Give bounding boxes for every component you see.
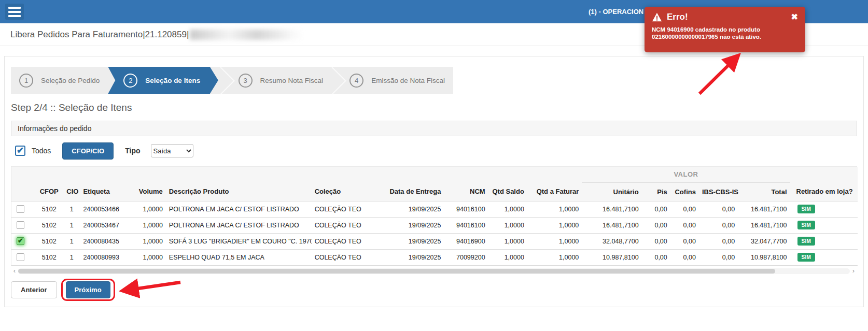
column-header: Descrição Produto	[166, 182, 312, 201]
cell-cfop: 5102	[35, 233, 63, 249]
row-checkbox[interactable]	[17, 253, 24, 261]
cell-descricao: POLTRONA EM JACA C/ ESTOF LISTRADO	[166, 217, 312, 233]
cell-etiqueta: 2400053467	[80, 217, 127, 233]
cell-qtd-faturar: 1,0000	[527, 249, 582, 265]
cell-ibs-cbs-is: 0,00	[699, 233, 738, 249]
cell-qtd-saldo: 1,0000	[488, 233, 527, 249]
cell-data-entrega: 19/09/2025	[371, 201, 444, 217]
cell-total: 16.481,7100	[738, 201, 790, 217]
toast-close-icon[interactable]: ✖	[791, 13, 798, 21]
table-horizontal-scrollbar: ‹ ›	[11, 268, 857, 275]
hamburger-menu-button[interactable]	[5, 4, 24, 20]
wizard-step-4[interactable]: 4 Emissão de Nota Fiscal	[341, 67, 453, 94]
warning-icon	[652, 12, 662, 22]
cell-total: 16.481,7100	[738, 217, 790, 233]
anterior-button[interactable]: Anterior	[11, 281, 57, 298]
step-number: 3	[239, 74, 253, 88]
cell-cio: 1	[63, 249, 80, 265]
select-all-label: Todos	[32, 147, 51, 155]
step-label: Emissão de Nota Fiscal	[371, 77, 445, 84]
step-label: Resumo Nota Fiscal	[260, 77, 324, 84]
column-header: CIO	[63, 182, 80, 201]
step-wizard: 1 Seleção de Pedido 2 Seleção de Itens 3…	[11, 67, 453, 94]
cell-cio: 1	[63, 217, 80, 233]
cell-ncm: 94016100	[444, 201, 488, 217]
table-row: 5102 1 2400053467 1,0000 POLTRONA EM JAC…	[11, 217, 858, 233]
tipo-select[interactable]: Saída	[151, 144, 193, 157]
cell-qtd-saldo: 1,0000	[488, 249, 527, 265]
cell-unitario: 10.987,8100	[582, 249, 641, 265]
menu-icon	[8, 7, 21, 9]
cell-unitario: 16.481,7100	[582, 201, 641, 217]
cell-cofins: 0,00	[670, 217, 699, 233]
row-checkbox[interactable]	[17, 221, 24, 229]
retirado-em-loja-badge: SIM	[797, 237, 816, 246]
cell-cio: 1	[63, 233, 80, 249]
column-header: Coleção	[312, 182, 371, 201]
scroll-left-arrow-icon[interactable]: ‹	[11, 268, 18, 275]
cell-cofins: 0,00	[670, 249, 699, 265]
cell-cfop: 5102	[35, 201, 63, 217]
tipo-label: Tipo	[125, 147, 140, 155]
page-title: Libera Pedidos Para Faturamento|21.12085…	[10, 30, 189, 40]
column-header: Retirado em loja?	[790, 182, 858, 201]
table-row: 5102 1 2400053466 1,0000 POLTRONA EM JAC…	[11, 201, 858, 217]
retirado-em-loja-badge: SIM	[797, 205, 816, 213]
redacted-customer-name	[190, 30, 301, 40]
cell-cofins: 0,00	[670, 233, 699, 249]
select-all-checkbox[interactable]	[15, 146, 25, 156]
cell-volume: 1,0000	[127, 217, 166, 233]
cfop-cio-button[interactable]: CFOP/CIO	[62, 142, 114, 160]
column-header: Qtd a Faturar	[527, 182, 582, 201]
cell-cio: 1	[63, 201, 80, 217]
cell-pis: 0,00	[642, 201, 670, 217]
row-checkbox[interactable]	[17, 205, 24, 213]
cell-ncm: 94016900	[444, 233, 488, 249]
scroll-right-arrow-icon[interactable]: ›	[850, 268, 857, 275]
cell-colecao: COLEÇÃO TEO	[312, 233, 371, 249]
cell-pis: 0,00	[642, 249, 670, 265]
retirado-em-loja-badge: SIM	[797, 221, 816, 229]
cell-volume: 1,0000	[127, 249, 166, 265]
step-label: Seleção de Pedido	[41, 77, 100, 84]
wizard-step-2-active[interactable]: 2 Seleção de Itens	[108, 67, 218, 94]
column-header: Volume	[127, 182, 166, 201]
column-header: NCM	[444, 182, 488, 201]
chevron-separator-icon	[330, 67, 342, 94]
scrollbar-thumb[interactable]	[18, 269, 775, 274]
step-heading: Step 2/4 :: Seleção de Itens	[11, 102, 857, 113]
row-checkbox[interactable]	[17, 237, 24, 245]
cell-etiqueta: 2400080993	[80, 249, 127, 265]
cell-pis: 0,00	[642, 233, 670, 249]
column-header: IBS-CBS-IS	[699, 182, 738, 201]
cell-ncm: 94016100	[444, 217, 488, 233]
items-table: VALOR CFOP CIO Etiqueta Volume Descrição…	[11, 166, 857, 266]
table-column-header-row: CFOP CIO Etiqueta Volume Descrição Produ…	[11, 182, 858, 201]
cell-qtd-faturar: 1,0000	[527, 201, 582, 217]
filter-toolbar: Todos CFOP/CIO Tipo Saída	[11, 142, 857, 159]
wizard-step-1[interactable]: 1 Seleção de Pedido	[11, 67, 108, 94]
cell-volume: 1,0000	[127, 233, 166, 249]
toast-message: NCM 94016900 cadastrado no produto 02160…	[652, 26, 798, 40]
cell-unitario: 16.481,7100	[582, 217, 641, 233]
table-row: 5102 1 2400080993 1,0000 ESPELHO QUAD 71…	[11, 249, 858, 265]
cell-cofins: 0,00	[670, 201, 699, 217]
cell-data-entrega: 19/09/2025	[371, 249, 444, 265]
step-number: 2	[123, 74, 137, 88]
table-row: 5102 1 2400080435 1,0000 SOFÁ 3 LUG "BRI…	[11, 233, 858, 249]
column-header: Total	[738, 182, 790, 201]
step-number: 4	[349, 74, 363, 88]
cell-colecao: COLEÇÃO TEO	[312, 201, 371, 217]
order-info-panel-header: Informações do pedido	[11, 121, 857, 136]
cell-qtd-saldo: 1,0000	[488, 201, 527, 217]
proximo-button[interactable]: Próximo	[66, 281, 110, 298]
column-header: Cofins	[670, 182, 699, 201]
scrollbar-track[interactable]	[18, 268, 850, 274]
step-number: 1	[19, 74, 33, 88]
chevron-separator-icon	[218, 67, 230, 94]
cell-data-entrega: 19/09/2025	[371, 233, 444, 249]
wizard-step-3[interactable]: 3 Resumo Nota Fiscal	[230, 67, 330, 94]
cell-qtd-saldo: 1,0000	[488, 217, 527, 233]
proximo-annotation-ring: Próximo	[66, 281, 110, 298]
valor-group-header: VALOR	[582, 167, 790, 182]
